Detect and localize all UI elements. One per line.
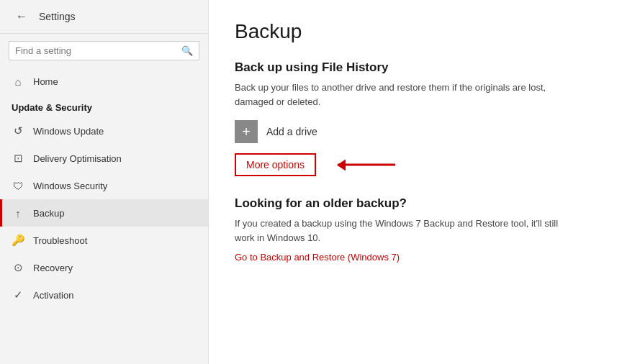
sidebar-item-activation-label: Activation [33, 290, 73, 301]
sidebar-item-windows-security-label: Windows Security [33, 181, 107, 191]
main-content: Backup Back up using File History Back u… [209, 0, 622, 364]
home-icon: ⌂ [12, 75, 24, 88]
more-options-wrapper: More options [235, 153, 316, 176]
backup-restore-link[interactable]: Go to Backup and Restore (Windows 7) [235, 252, 400, 263]
sidebar-item-windows-security[interactable]: 🛡 Windows Security [0, 172, 208, 199]
sidebar-item-troubleshoot-label: Troubleshoot [33, 235, 87, 246]
file-history-heading: Back up using File History [235, 60, 596, 75]
sidebar-item-recovery[interactable]: ⊙ Recovery [0, 254, 208, 281]
sidebar-item-backup-label: Backup [33, 208, 64, 219]
sidebar-item-windows-update[interactable]: ↺ Windows Update [0, 117, 208, 145]
older-backup-heading: Looking for an older backup? [235, 196, 596, 211]
sidebar-header: ← Settings [0, 0, 208, 34]
windows-security-icon: 🛡 [12, 179, 24, 192]
sidebar-item-troubleshoot[interactable]: 🔑 Troubleshoot [0, 227, 208, 254]
backup-icon: ↑ [12, 206, 24, 219]
search-box[interactable]: 🔍 [9, 41, 199, 60]
sidebar-item-recovery-label: Recovery [33, 263, 73, 273]
older-backup-description: If you created a backup using the Window… [235, 217, 566, 245]
activation-icon: ✓ [12, 288, 24, 301]
sidebar: ← Settings 🔍 ⌂ Home Update & Security ↺ … [0, 0, 209, 364]
add-drive-button[interactable]: + [235, 120, 258, 143]
app-title: Settings [39, 11, 76, 22]
search-icon: 🔍 [181, 45, 193, 56]
sidebar-item-delivery-optimisation[interactable]: ⊡ Delivery Optimisation [0, 145, 208, 172]
delivery-optimisation-icon: ⊡ [12, 152, 24, 165]
add-drive-row: + Add a drive [235, 120, 596, 143]
sidebar-item-home[interactable]: ⌂ Home [0, 68, 208, 95]
windows-update-icon: ↺ [12, 124, 24, 137]
troubleshoot-icon: 🔑 [12, 234, 24, 247]
arrow-annotation [338, 164, 395, 166]
arrow-line [338, 164, 395, 166]
recovery-icon: ⊙ [12, 261, 24, 274]
sidebar-item-home-label: Home [33, 76, 58, 87]
add-drive-label: Add a drive [266, 126, 317, 137]
sidebar-item-delivery-optimisation-label: Delivery Optimisation [33, 153, 122, 164]
sidebar-item-backup[interactable]: ↑ Backup [0, 199, 208, 227]
sidebar-item-activation[interactable]: ✓ Activation [0, 281, 208, 309]
sidebar-item-windows-update-label: Windows Update [33, 126, 104, 137]
file-history-description: Back up your files to another drive and … [235, 81, 566, 109]
section-label: Update & Security [0, 95, 208, 117]
search-input[interactable] [15, 45, 177, 56]
more-options-button[interactable]: More options [235, 153, 316, 176]
page-title: Backup [235, 20, 596, 43]
back-button[interactable]: ← [12, 9, 32, 24]
